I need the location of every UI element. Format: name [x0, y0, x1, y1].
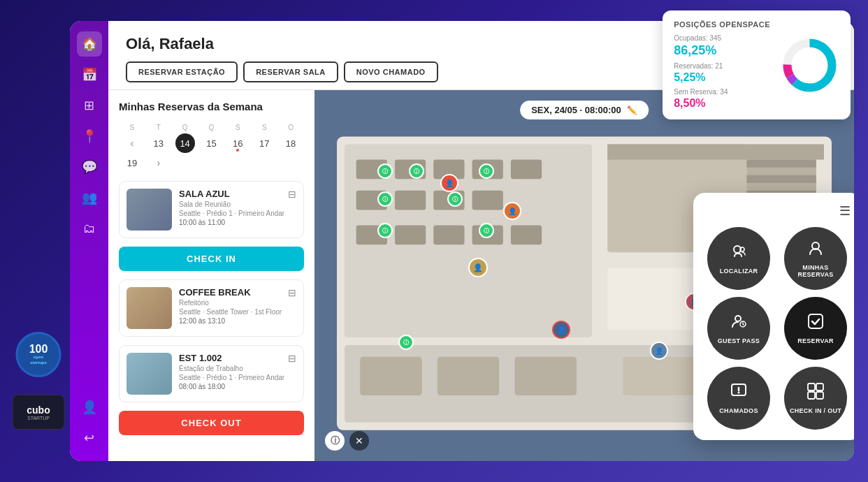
sidebar-item-grid[interactable]: ⊞	[77, 93, 102, 118]
booking-info-0: SALA AZUL Sala de Reunião Seattle · Préd…	[179, 189, 296, 226]
day-16[interactable]: 16	[228, 133, 247, 153]
booking-title-2: EST 1.002	[179, 353, 296, 363]
btn-reservar-estacao[interactable]: RESERVAR ESTAÇÃO	[126, 61, 238, 82]
day-labels: S T Q Q S S O	[119, 124, 304, 131]
sidebar-item-home[interactable]: 🏠	[77, 31, 102, 57]
sidebar: 🏠 📅 ⊞ 📍 💬 👥 🗂 👤 ↩	[70, 21, 108, 461]
sidebar-item-profile[interactable]: 👤	[77, 395, 102, 420]
svg-rect-24	[746, 160, 816, 168]
cal-next[interactable]: ›	[145, 156, 172, 170]
booking-time-0: 10:00 às 11:00	[179, 219, 296, 226]
map-datetime: SEX, 24/05 · 08:00:00 ✏️	[520, 101, 649, 119]
reservar-label: RESERVAR	[797, 337, 834, 344]
booking-location-2: Seattle · Prédio 1 · Primeiro Andar	[179, 374, 296, 381]
localizar-label: LOCALIZAR	[720, 268, 758, 275]
svg-rect-44	[816, 384, 823, 390]
booking-card-2: EST 1.002 Estação de Trabalho Seattle · …	[119, 345, 304, 402]
btn-novo-chamado[interactable]: NOVO CHAMADO	[344, 61, 438, 82]
circle-btn-localizar[interactable]: LOCALIZAR	[707, 227, 770, 290]
btn-checkout[interactable]: CHECK OUT	[119, 411, 304, 435]
map-info-btn[interactable]: ⓘ	[325, 431, 345, 451]
booking-card-1: COFFEE BREAK Refeitório Seattle · Seattl…	[119, 279, 304, 337]
chamados-label: CHAMADOS	[719, 407, 758, 414]
circle-btn-chamados[interactable]: CHAMADOS	[707, 367, 770, 430]
map-edit-icon[interactable]: ✏️	[627, 105, 637, 115]
cal-prev[interactable]: ‹	[119, 136, 145, 150]
sidebar-item-people[interactable]: 👥	[77, 185, 102, 210]
sidebar-item-location[interactable]: 📍	[77, 124, 102, 149]
circle-btn-minhas-reservas[interactable]: MINHAS RESERVAS	[784, 227, 847, 290]
green-marker-5: ⓘ	[447, 191, 463, 207]
day-18[interactable]: 18	[281, 133, 301, 153]
svg-rect-45	[808, 392, 815, 399]
chamados-icon	[730, 382, 748, 404]
booking-subtitle-1: Refeitório	[179, 299, 296, 307]
booking-img-2	[126, 353, 172, 395]
green-marker-1: ⓘ	[377, 163, 393, 179]
booking-subtitle-0: Sala de Reunião	[179, 200, 296, 208]
circle-btn-guest-pass[interactable]: GUEST PASS	[707, 297, 770, 360]
svg-point-38	[735, 316, 741, 321]
booking-title-0: SALA AZUL	[179, 189, 296, 199]
avatar-marker-6: 👤	[650, 342, 668, 360]
localizar-icon	[730, 242, 748, 265]
svg-rect-17	[472, 191, 503, 210]
day-17[interactable]: 17	[254, 133, 274, 153]
svg-rect-40	[809, 314, 823, 328]
day-14[interactable]: 14	[175, 133, 195, 153]
sidebar-item-files[interactable]: 🗂	[77, 216, 102, 241]
calendar: S T Q Q S S O ‹ 13 14 15 16 17	[119, 121, 304, 173]
green-marker-2: ⓘ	[409, 163, 424, 179]
donut-info: POSIÇÕES OPENSPACE Ocupadas: 345 86,25% …	[674, 20, 770, 110]
map-close-btn[interactable]: ✕	[349, 431, 369, 451]
svg-rect-22	[511, 226, 542, 245]
sidebar-item-calendar[interactable]: 📅	[77, 62, 102, 87]
day-numbers: ‹ 13 14 15 16 17 18 19 ›	[119, 133, 304, 173]
donut-chart-svg	[780, 36, 839, 95]
circle-btn-reservar[interactable]: RESERVAR	[784, 297, 847, 360]
guest-pass-icon	[730, 312, 748, 335]
donut-title: POSIÇÕES OPENSPACE	[674, 20, 770, 29]
day-15[interactable]: 15	[201, 133, 221, 153]
mobile-menu-icon[interactable]: ☰	[839, 203, 851, 219]
green-marker-8: ⓘ	[398, 335, 414, 350]
section-title: Minhas Reservas da Semana	[119, 101, 304, 112]
booking-info-2: EST 1.002 Estação de Trabalho Seattle · …	[179, 353, 296, 390]
booking-location-0: Seattle · Prédio 1 · Primeiro Andar	[179, 210, 296, 217]
svg-rect-25	[746, 175, 816, 183]
booking-menu-icon-0[interactable]: ⊟	[288, 189, 296, 200]
svg-rect-20	[433, 226, 464, 245]
svg-rect-29	[437, 357, 500, 395]
mobile-overlay: ☰	[693, 193, 854, 440]
booking-menu-icon-2[interactable]: ⊟	[288, 353, 296, 364]
btn-reservar-sala[interactable]: RESERVAR SALA	[243, 61, 338, 82]
minhas-reservas-label: MINHAS RESERVAS	[784, 264, 847, 278]
circle-btn-checkinout[interactable]: CHECK IN / OUT	[784, 367, 847, 430]
booking-info-1: COFFEE BREAK Refeitório Seattle · Seattl…	[179, 287, 296, 325]
avatar-marker-2: 👤	[503, 202, 521, 220]
day-13[interactable]: 13	[149, 133, 168, 153]
minhas-reservas-icon	[806, 239, 825, 261]
donut-pct-0: 86,25%	[674, 43, 770, 58]
btn-checkin[interactable]: CHECK IN	[119, 247, 304, 271]
booking-menu-icon-1[interactable]: ⊟	[288, 287, 296, 298]
logo-100-open: 100 openstartups	[16, 332, 62, 377]
avatar-marker-4: 👤	[552, 321, 570, 339]
svg-rect-30	[514, 357, 577, 395]
donut-pct-2: 8,50%	[674, 97, 770, 110]
booking-subtitle-2: Estação de Trabalho	[179, 365, 296, 372]
svg-rect-28	[360, 357, 422, 395]
svg-point-42	[738, 392, 740, 394]
donut-card: POSIÇÕES OPENSPACE Ocupadas: 345 86,25% …	[663, 10, 851, 119]
booking-time-2: 08:00 às 18:00	[179, 383, 296, 390]
svg-rect-46	[816, 392, 823, 399]
day-19[interactable]: 19	[122, 153, 142, 173]
checkinout-label: CHECK IN / OUT	[790, 407, 841, 414]
sidebar-item-chat[interactable]: 💬	[77, 154, 102, 180]
map-area: SEX, 24/05 · 08:00:00 ✏️ 👤 👤 👤 👤 👤 👤 ⓘ ⓘ…	[314, 90, 854, 461]
booking-location-1: Seattle · Seattle Tower · 1st Floor	[179, 308, 296, 316]
avatar-marker-1: 👤	[440, 174, 458, 192]
sidebar-item-logout[interactable]: ↩	[77, 425, 102, 451]
green-marker-6: ⓘ	[377, 223, 393, 238]
green-marker-7: ⓘ	[479, 223, 494, 238]
